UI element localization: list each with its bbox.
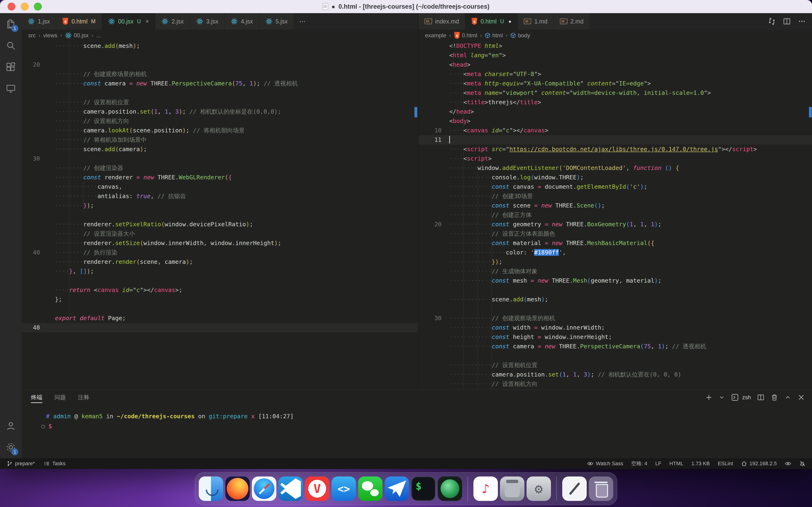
code-text[interactable]: ········// 设置相机位置 [55,98,129,107]
tab-left-2.jsx[interactable]: 2.jsx [155,13,190,30]
code-line[interactable]: ········renderer.render(scene, camera); [21,257,418,267]
code-text[interactable]: ············// 设置相机位置 [449,360,538,370]
code-line[interactable]: ········const camera = new THREE.Perspec… [21,79,418,88]
code-line[interactable]: 10····<canvas id="c"></canvas> [418,126,812,135]
code-line[interactable]: ····<script src="https://cdn.bootcdn.net… [418,145,812,154]
trash-icon[interactable] [771,394,778,401]
tab-left-00.jsx[interactable]: 00.jsxU× [102,13,156,30]
code-text[interactable]: ········camera.position.set(1, 1, 3); //… [55,107,281,116]
code-text[interactable]: ················color: '#1890ff', [449,248,566,257]
panel-tab-终端[interactable]: 终端 [31,390,42,405]
terminal-shell-icon[interactable] [731,393,739,401]
code-text[interactable]: ········}); [55,201,94,210]
panel-tab-注释[interactable]: 注释 [78,390,89,405]
code-line[interactable]: <html lang="en"> [418,51,812,60]
code-line[interactable]: ····<meta name="viewport" content="width… [418,88,812,98]
tab-left-3.jsx[interactable]: 3.jsx [190,13,224,30]
tab-left-0.html[interactable]: 50.htmlM [56,13,102,30]
code-text[interactable]: ········renderer.setPixelRatio(window.de… [55,220,253,229]
code-line[interactable]: ············const mesh = new THREE.Mesh(… [418,276,812,285]
code-line[interactable]: ········window.addEventListener('DOMCont… [418,163,812,173]
breadcrumb-item-html[interactable]: html [485,32,503,39]
dock-finder-icon[interactable] [199,476,223,501]
tab-right-index.md[interactable]: M↓index.md [418,13,465,30]
code-line[interactable]: ········camera.lookAt(scene.position); /… [21,126,418,135]
code-text[interactable]: ············antialias: true, // 抗锯齿 [55,191,186,201]
code-line[interactable]: 20············const geometry = new THREE… [418,220,812,229]
code-line[interactable]: ············const canvas = document.getE… [418,182,812,191]
code-text[interactable]: ········renderer.render(scene, camera); [55,257,193,267]
code-text[interactable]: ········const camera = new THREE.Perspec… [55,79,298,88]
code-line[interactable]: ········renderer.setSize(window.innerWid… [21,238,418,248]
code-text[interactable]: ············const camera = new THREE.Per… [449,342,706,351]
plus-icon[interactable] [705,394,713,401]
code-text[interactable]: ········// 创建观察场景的相机 [55,69,147,79]
code-line[interactable]: ············}); [418,257,812,267]
status-eye[interactable] [785,461,791,466]
code-text[interactable]: ········const renderer = new THREE.WebGL… [55,173,232,182]
dock-system-settings-icon[interactable]: ⚙ [526,476,551,501]
code-text[interactable]: ········renderer.setSize(window.innerWid… [55,238,281,248]
code-line[interactable] [418,351,812,360]
code-line[interactable]: ········scene.add(camera); [21,145,418,154]
editor-left[interactable]: ········scene.add(mesh);20········// 创建观… [21,41,418,400]
status-192-168-2-5[interactable]: 192.168.2.5 [741,460,777,467]
code-text[interactable]: ············const mesh = new THREE.Mesh(… [449,276,661,285]
tab-right-0.html[interactable]: 50.htmlU● [465,13,518,30]
code-line[interactable]: ········// 将相机添加到场景中 [21,135,418,145]
code-line[interactable]: ····}, []); [21,267,418,276]
panel-tab-问题[interactable]: 问题 [54,390,66,405]
dock-dev-editor-icon[interactable]: <> [332,476,356,501]
code-text[interactable]: ············// 创建正方体 [449,210,532,220]
code-text[interactable]: <body> [449,116,470,126]
code-line[interactable]: }; [21,295,418,304]
code-line[interactable] [21,210,418,220]
activity-explorer[interactable]: 1 [0,13,21,35]
code-line[interactable]: ············canvas, [21,182,418,191]
code-line[interactable]: export default Page; [21,314,418,323]
code-line[interactable] [21,304,418,314]
dock-firefox-icon[interactable] [225,476,250,501]
code-line[interactable]: 11 [418,135,812,145]
code-text[interactable]: ········// 设置渲染器大小 [55,229,135,238]
terminal-input-line[interactable]: ○ $ [21,421,812,431]
code-line[interactable]: ········scene.add(mesh); [21,41,418,51]
code-line[interactable]: ············// 创建3D场景 [418,191,812,201]
status-prepare-[interactable]: prepare* [7,460,35,467]
code-text[interactable]: <head> [449,60,470,69]
dock-notes-tablet-icon[interactable] [562,476,587,501]
code-text[interactable]: ········// 设置相机方向 [55,116,129,126]
code-text[interactable]: ····<canvas id="c"></canvas> [449,126,548,135]
status-eslint[interactable]: ESLint [718,460,733,467]
more-tabs-button[interactable]: ⋯ [294,13,311,30]
code-line[interactable]: 48 [21,323,418,332]
code-text[interactable]: ········// 执行渲染 [55,248,117,257]
code-text[interactable]: ············canvas, [55,182,122,191]
code-line[interactable] [21,276,418,285]
code-text[interactable]: ····<meta name="viewport" content="width… [449,88,711,98]
code-line[interactable]: ············antialias: true, // 抗锯齿 [21,191,418,201]
code-text[interactable]: ····<script> [449,154,492,163]
code-text[interactable]: ············// 设置正方体表面颜色 [449,229,555,238]
code-text[interactable]: ····<title>threejs</title> [449,98,541,107]
code-line[interactable]: ············camera.position.set(1, 1, 3)… [418,370,812,379]
status-tasks[interactable]: Tasks [44,460,65,467]
status-lf[interactable]: LF [655,460,661,467]
code-line[interactable]: 30············// 创建观察场景的相机 [418,314,812,323]
breadcrumb-item-src[interactable]: src [28,32,36,39]
chevron-down-icon[interactable] [719,394,725,400]
code-line[interactable]: ········// 设置相机位置 [21,98,418,107]
dock-safari-icon[interactable] [252,476,276,501]
code-text[interactable]: <html lang="en"> [449,51,506,60]
status-1-73-kb[interactable]: 1.73 KB [692,460,710,467]
code-line[interactable]: <body> [418,116,812,126]
close-icon[interactable] [798,394,805,401]
tab-left-1.jsx[interactable]: 1.jsx [21,13,56,30]
code-line[interactable]: ····<meta charset="UTF-8"> [418,69,812,79]
overview-ruler-marker[interactable] [809,107,812,117]
code-line[interactable]: ····<script> [418,154,812,163]
code-line[interactable]: ············// 生成物体对象 [418,267,812,276]
code-text[interactable]: ············console.log(window.THREE); [449,173,583,182]
code-line[interactable]: ········}); [21,201,418,210]
code-text[interactable]: ····<meta http-equiv="X-UA-Compatible" c… [449,79,651,88]
